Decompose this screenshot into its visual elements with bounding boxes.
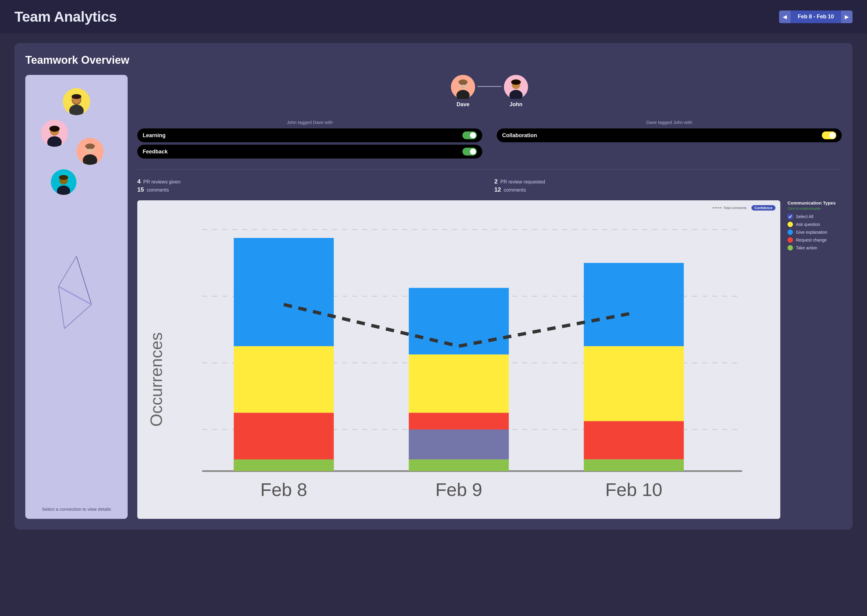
stat-pr-requested: 2 PR review requested 12 comments (494, 178, 842, 194)
collaboration-tag-pill[interactable]: Collaboration (497, 129, 842, 142)
date-navigator: ◀ Feb 8 - Feb 10 ▶ (779, 11, 853, 23)
pr-given-line: 4 PR reviews given (137, 178, 485, 185)
page-title: Team Analytics (14, 8, 117, 25)
pr-requested-label: PR review requested (500, 179, 545, 184)
people-connector (478, 86, 501, 87)
john-tagged-dave-label: John tagged Dave with (137, 120, 482, 125)
take-action-label: Take action (796, 245, 817, 250)
learning-toggle[interactable] (462, 132, 477, 139)
avatar-node-bottom[interactable] (51, 169, 76, 195)
ask-question-dot (788, 222, 793, 227)
feedback-toggle[interactable] (462, 148, 477, 156)
tags-columns: John tagged Dave with Learning Feedback … (137, 120, 842, 161)
svg-point-27 (459, 79, 468, 85)
network-panel: Select a connection to view details (25, 75, 128, 519)
chart-header: Total comments Confidence (142, 205, 776, 211)
svg-rect-44 (409, 355, 509, 413)
john-avatar (504, 75, 528, 99)
next-date-button[interactable]: ▶ (841, 11, 853, 23)
svg-rect-46 (409, 459, 509, 471)
people-header-row: Dave John (137, 75, 842, 108)
collaboration-label: Collaboration (502, 132, 818, 139)
svg-line-4 (65, 304, 91, 328)
svg-rect-48 (584, 263, 684, 346)
svg-rect-47 (409, 429, 509, 460)
pr-requested-comments-label: comments (504, 187, 526, 193)
y-axis-label: Occurrences (147, 332, 166, 427)
svg-rect-40 (234, 346, 334, 413)
svg-text:Feb 8: Feb 8 (260, 479, 307, 500)
take-action-dot (788, 245, 793, 251)
svg-line-0 (58, 256, 76, 286)
svg-point-13 (49, 126, 60, 132)
legend-item-select-all[interactable]: Select All (788, 214, 842, 219)
svg-point-29 (465, 83, 466, 85)
chart-container: Total comments Confidence Occurrences (137, 200, 780, 519)
svg-point-18 (87, 148, 89, 149)
svg-rect-42 (234, 459, 334, 471)
svg-text:Feb 9: Feb 9 (435, 479, 482, 500)
date-range-label: Feb 8 - Feb 10 (791, 11, 841, 23)
stats-row: 4 PR reviews given 15 comments 2 PR revi… (137, 178, 842, 194)
legend-panel: Communication Types Click to enable/disa… (788, 200, 842, 253)
card-body: Select a connection to view details (25, 75, 842, 519)
legend-item-request-change[interactable]: Request change (788, 237, 842, 243)
pr-given-comments-line: 15 comments (137, 186, 485, 193)
pr-given-label: PR reviews given (143, 179, 181, 184)
person-john: John (504, 75, 528, 108)
john-tags-col: John tagged Dave with Learning Feedback (137, 120, 482, 161)
request-change-dot (788, 237, 793, 243)
bar-chart: Occurrences (142, 213, 776, 513)
svg-rect-50 (584, 421, 684, 459)
svg-point-28 (461, 83, 462, 85)
john-name: John (510, 101, 523, 108)
confidence-badge[interactable]: Confidence (751, 205, 776, 211)
select-all-label: Select All (796, 214, 813, 219)
learning-label: Learning (143, 132, 459, 139)
dave-tags-col: Dave tagged John with Collaboration (497, 120, 842, 145)
teamwork-overview-card: Teamwork Overview (14, 43, 853, 530)
person-dave: Dave (451, 75, 475, 108)
network-label: Select a connection to view details (42, 506, 111, 512)
request-change-label: Request change (796, 237, 827, 242)
svg-rect-49 (584, 346, 684, 421)
pr-given-count: 4 (137, 178, 140, 185)
dave-tagged-john-label: Dave tagged John with (497, 120, 842, 125)
chart-legend-row: Total comments Confidence Occurrences (137, 200, 842, 519)
legend-item-give-explanation[interactable]: Give explanation (788, 229, 842, 235)
pr-given-comments: 15 (137, 186, 144, 193)
stat-pr-given: 4 PR reviews given 15 comments (137, 178, 485, 194)
legend-title: Communication Types (788, 200, 842, 206)
pr-given-comments-label: comments (147, 187, 169, 193)
learning-tag-pill[interactable]: Learning (137, 129, 482, 142)
dave-avatar (451, 75, 475, 99)
right-panel: Dave John (137, 75, 842, 519)
network-graph (34, 82, 118, 503)
svg-point-9 (72, 94, 81, 99)
legend-item-take-action[interactable]: Take action (788, 245, 842, 251)
avatar-node-left[interactable] (41, 120, 68, 147)
svg-rect-51 (584, 459, 684, 471)
svg-point-19 (91, 148, 93, 149)
svg-point-17 (85, 143, 95, 149)
legend-item-ask-question[interactable]: Ask question (788, 222, 842, 227)
section-divider (137, 169, 842, 170)
total-comments-legend: Total comments (713, 206, 747, 210)
svg-point-23 (59, 175, 68, 180)
pr-requested-count: 2 (494, 178, 498, 185)
give-explanation-dot (788, 229, 793, 235)
avatar-node-top[interactable] (63, 88, 90, 115)
overview-title: Teamwork Overview (25, 54, 842, 66)
collaboration-toggle[interactable] (822, 132, 836, 139)
main-content: Teamwork Overview (0, 33, 867, 539)
avatar-node-center[interactable] (76, 138, 104, 165)
svg-point-33 (511, 79, 521, 85)
select-all-checkbox[interactable] (788, 214, 793, 219)
svg-line-3 (58, 286, 65, 328)
prev-date-button[interactable]: ◀ (779, 11, 791, 23)
feedback-tag-pill[interactable]: Feedback (137, 145, 482, 159)
network-lines (34, 82, 118, 503)
legend-subtitle: Click to enable/disable (788, 207, 842, 210)
dave-name: Dave (456, 101, 469, 108)
svg-rect-39 (234, 238, 334, 346)
